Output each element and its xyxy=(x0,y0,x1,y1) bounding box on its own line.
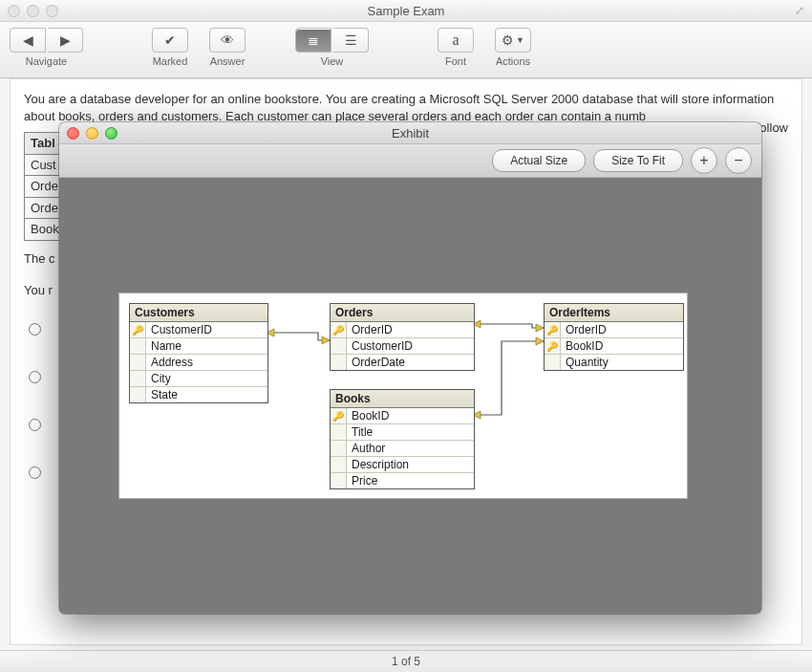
chevron-down-icon: ▼ xyxy=(516,35,524,45)
check-icon: ✔ xyxy=(164,33,176,48)
column-name: CustomerID xyxy=(146,322,267,337)
marked-group: ✔ Marked xyxy=(152,28,188,67)
column-name: CustomerID xyxy=(347,338,474,354)
column-name: BookID xyxy=(347,408,474,423)
table-orderitems-header: OrderItems xyxy=(545,304,683,322)
view-group: ≣ ☰ View xyxy=(295,28,369,67)
column-name: Quantity xyxy=(561,355,683,370)
answer-label: Answer xyxy=(210,55,246,67)
main-titlebar: Sample Exam ⤢ xyxy=(0,0,812,22)
exhibit-window: Exhibit Actual Size Size To Fit + − xyxy=(59,122,761,614)
exhibit-close-button[interactable] xyxy=(67,127,79,140)
actions-label: Actions xyxy=(496,55,530,67)
column-name: OrderDate xyxy=(347,355,474,370)
key-icon: 🔑 xyxy=(546,341,558,352)
column-name: Name xyxy=(146,338,267,354)
column-name: Author xyxy=(347,441,474,456)
font-group: a Font xyxy=(438,28,474,67)
table-orders-header: Orders xyxy=(331,304,474,322)
column-name: City xyxy=(146,371,267,386)
actions-group: ⚙▼ Actions xyxy=(495,28,531,67)
exhibit-minimize-button[interactable] xyxy=(86,127,98,140)
exhibit-titlebar: Exhibit xyxy=(59,122,761,144)
diagram-canvas: Customers 🔑CustomerID Name Address City … xyxy=(118,293,688,499)
font-label: Font xyxy=(445,55,466,67)
marked-button[interactable]: ✔ xyxy=(152,28,188,53)
key-icon: 🔑 xyxy=(332,411,344,422)
zoom-out-button[interactable]: − xyxy=(725,147,752,174)
key-icon: 🔑 xyxy=(132,325,143,336)
table-orders[interactable]: Orders 🔑OrderID CustomerID OrderDate xyxy=(330,303,475,371)
main-window: Sample Exam ⤢ ◀ ▶ Navigate ✔ Marked 👁 An… xyxy=(0,0,812,672)
radio-input[interactable] xyxy=(29,371,41,383)
size-to-fit-button[interactable]: Size To Fit xyxy=(593,149,683,172)
svg-marker-1 xyxy=(322,336,330,344)
navigate-label: Navigate xyxy=(26,55,67,67)
answer-group: 👁 Answer xyxy=(209,28,246,67)
radio-input[interactable] xyxy=(29,466,41,479)
column-name: Title xyxy=(347,424,474,440)
exhibit-title: Exhibit xyxy=(392,126,429,141)
table-books[interactable]: Books 🔑BookID Title Author Description P… xyxy=(330,389,475,489)
view-label: View xyxy=(321,55,344,67)
key-icon: 🔑 xyxy=(332,325,344,336)
question-text: You are a database developer for an onli… xyxy=(24,91,788,124)
exhibit-toolbar: Actual Size Size To Fit + − xyxy=(59,144,761,178)
actions-button[interactable]: ⚙▼ xyxy=(495,28,531,53)
page-indicator: 1 of 5 xyxy=(392,655,420,668)
actual-size-button[interactable]: Actual Size xyxy=(492,149,586,172)
fullscreen-icon[interactable]: ⤢ xyxy=(795,4,804,17)
radio-input[interactable] xyxy=(29,323,41,336)
statusbar: 1 of 5 xyxy=(0,650,812,672)
answer-button[interactable]: 👁 xyxy=(209,28,246,53)
column-name: OrderID xyxy=(561,322,683,337)
gear-icon: ⚙ xyxy=(502,33,514,48)
triangle-left-icon: ◀ xyxy=(23,33,33,48)
main-toolbar: ◀ ▶ Navigate ✔ Marked 👁 Answer ≣ ☰ View … xyxy=(0,22,812,78)
column-name: Description xyxy=(347,457,474,472)
zoom-dot[interactable] xyxy=(46,5,58,17)
table-orderitems[interactable]: OrderItems 🔑OrderID 🔑BookID Quantity xyxy=(544,303,684,371)
column-name: State xyxy=(146,387,267,402)
eye-icon: 👁 xyxy=(221,33,234,48)
svg-marker-5 xyxy=(536,337,544,345)
table-customers-header: Customers xyxy=(130,304,267,322)
navigate-group: ◀ ▶ Navigate xyxy=(10,28,83,67)
column-name: OrderID xyxy=(347,322,474,337)
svg-marker-3 xyxy=(536,324,544,332)
prev-button[interactable]: ◀ xyxy=(10,28,46,53)
exhibit-zoom-button[interactable] xyxy=(105,127,118,140)
view-single-button[interactable]: ≣ xyxy=(295,28,331,53)
list-icon: ≣ xyxy=(308,33,319,48)
column-name: Address xyxy=(146,355,267,370)
next-button[interactable]: ▶ xyxy=(48,28,83,53)
key-icon: 🔑 xyxy=(546,325,558,336)
table-books-header: Books xyxy=(331,390,474,408)
zoom-in-button[interactable]: + xyxy=(691,147,717,174)
font-button[interactable]: a xyxy=(438,28,474,53)
exhibit-traffic-lights xyxy=(67,127,118,140)
main-traffic-lights xyxy=(8,5,58,17)
marked-label: Marked xyxy=(153,55,188,67)
view-split-button[interactable]: ☰ xyxy=(333,28,369,53)
column-name: Price xyxy=(347,473,474,488)
column-name: BookID xyxy=(561,338,683,354)
minimize-dot[interactable] xyxy=(27,5,39,17)
main-title: Sample Exam xyxy=(368,4,445,18)
table-customers[interactable]: Customers 🔑CustomerID Name Address City … xyxy=(129,303,268,403)
columns-icon: ☰ xyxy=(345,33,357,48)
radio-input[interactable] xyxy=(29,419,41,431)
close-dot[interactable] xyxy=(8,5,20,17)
triangle-right-icon: ▶ xyxy=(60,33,71,48)
